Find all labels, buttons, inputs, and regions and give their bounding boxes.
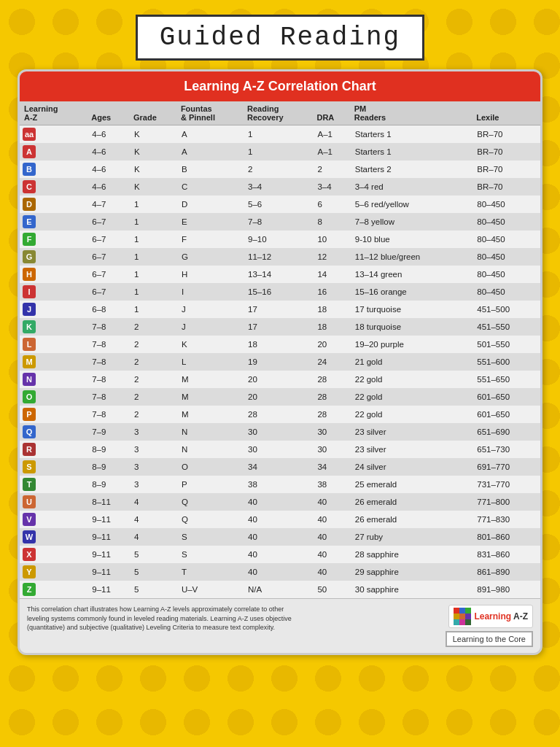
- cell-ages: 9–11: [89, 528, 131, 546]
- svg-rect-3: [454, 614, 459, 619]
- cell-ages: 7–8: [89, 336, 131, 353]
- cell-reading-recovery: 40: [245, 511, 314, 528]
- cell-grade: 3: [131, 441, 179, 458]
- cell-reading-recovery: 5–6: [245, 196, 314, 213]
- cell-grade: K: [131, 143, 179, 160]
- cell-reading-recovery: 40: [245, 493, 314, 511]
- cell-fountas: F: [179, 231, 245, 248]
- cell-level: I: [20, 283, 89, 301]
- cell-reading-recovery: 13–14: [245, 266, 314, 283]
- level-badge: C: [23, 180, 36, 193]
- cell-dra: 3–4: [314, 178, 351, 196]
- cell-ages: 9–11: [89, 563, 131, 581]
- cell-level: T: [20, 476, 89, 493]
- cell-lexile: BR–70: [474, 125, 540, 144]
- cell-pm-readers: 5–6 red/yellow: [352, 196, 475, 213]
- table-row: Z 9–11 5 U–V N/A 50 30 sapphire 891–980: [20, 581, 540, 598]
- cell-ages: 4–6: [89, 178, 131, 196]
- cell-grade: 1: [131, 231, 179, 248]
- table-row: T 8–9 3 P 38 38 25 emerald 731–770: [20, 476, 540, 493]
- cell-ages: 4–6: [89, 160, 131, 178]
- cell-dra: A–1: [314, 125, 351, 144]
- cell-fountas: S: [179, 528, 245, 546]
- level-badge: K: [23, 320, 36, 333]
- chart-footer: This correlation chart illustrates how L…: [20, 598, 540, 653]
- level-badge: X: [23, 548, 36, 561]
- cell-grade: K: [131, 160, 179, 178]
- cell-reading-recovery: 1: [245, 125, 314, 144]
- cell-lexile: 731–770: [474, 476, 540, 493]
- table-header-row: LearningA-Z Ages Grade Fountas& Pinnell …: [20, 101, 540, 125]
- level-badge: P: [23, 408, 36, 421]
- cell-ages: 7–8: [89, 388, 131, 406]
- cell-level: N: [20, 371, 89, 388]
- cell-lexile: BR–70: [474, 178, 540, 196]
- cell-fountas: K: [179, 336, 245, 353]
- table-row: Y 9–11 5 T 40 40 29 sapphire 861–890: [20, 563, 540, 581]
- cell-level: U: [20, 493, 89, 511]
- cell-ages: 8–9: [89, 441, 131, 458]
- cell-pm-readers: 27 ruby: [352, 528, 475, 546]
- col-dra: DRA: [314, 101, 351, 125]
- cell-grade: 5: [131, 546, 179, 563]
- cell-reading-recovery: 20: [245, 371, 314, 388]
- cell-fountas: G: [179, 248, 245, 266]
- cell-pm-readers: Starters 1: [352, 125, 475, 144]
- cell-level: K: [20, 318, 89, 336]
- cell-dra: 6: [314, 196, 351, 213]
- cell-ages: 4–6: [89, 125, 131, 144]
- level-badge: M: [23, 355, 36, 368]
- cell-fountas: J: [179, 318, 245, 336]
- level-badge: N: [23, 373, 36, 386]
- cell-fountas: C: [179, 178, 245, 196]
- cell-grade: 1: [131, 301, 179, 318]
- cell-pm-readers: 19–20 purple: [352, 336, 475, 353]
- cell-fountas: M: [179, 388, 245, 406]
- cell-level: B: [20, 160, 89, 178]
- table-row: X 9–11 5 S 40 40 28 sapphire 831–860: [20, 546, 540, 563]
- cell-level: P: [20, 406, 89, 423]
- cell-pm-readers: 9-10 blue: [352, 231, 475, 248]
- cell-ages: 8–9: [89, 458, 131, 476]
- cell-reading-recovery: 17: [245, 301, 314, 318]
- cell-level: H: [20, 266, 89, 283]
- cell-pm-readers: 24 silver: [352, 458, 475, 476]
- cell-lexile: 80–450: [474, 266, 540, 283]
- cell-reading-recovery: 15–16: [245, 283, 314, 301]
- cell-grade: 2: [131, 353, 179, 371]
- cell-dra: 18: [314, 318, 351, 336]
- svg-rect-8: [465, 619, 471, 625]
- cell-pm-readers: 21 gold: [352, 353, 475, 371]
- cell-grade: 1: [131, 213, 179, 231]
- cell-dra: 12: [314, 248, 351, 266]
- cell-ages: 9–11: [89, 546, 131, 563]
- cell-lexile: 501–550: [474, 336, 540, 353]
- svg-rect-5: [465, 614, 471, 619]
- cell-lexile: 771–830: [474, 511, 540, 528]
- cell-lexile: 551–600: [474, 353, 540, 371]
- cell-reading-recovery: 17: [245, 318, 314, 336]
- cell-dra: 40: [314, 493, 351, 511]
- footer-disclaimer: This correlation chart illustrates how L…: [27, 605, 304, 632]
- cell-level: G: [20, 248, 89, 266]
- cell-dra: 34: [314, 458, 351, 476]
- cell-pm-readers: 13–14 green: [352, 266, 475, 283]
- page-title: Guided Reading: [160, 23, 400, 53]
- cell-reading-recovery: 1: [245, 143, 314, 160]
- cell-grade: 1: [131, 248, 179, 266]
- cell-grade: 1: [131, 283, 179, 301]
- cell-dra: 20: [314, 336, 351, 353]
- cell-reading-recovery: 18: [245, 336, 314, 353]
- cell-dra: 14: [314, 266, 351, 283]
- col-reading-recovery: ReadingRecovery: [245, 101, 314, 125]
- cell-pm-readers: Starters 1: [352, 143, 475, 160]
- cell-grade: 4: [131, 511, 179, 528]
- cell-ages: 6–7: [89, 213, 131, 231]
- cell-dra: 40: [314, 528, 351, 546]
- cell-ages: 9–11: [89, 581, 131, 598]
- svg-rect-1: [459, 608, 465, 614]
- cell-fountas: I: [179, 283, 245, 301]
- level-badge: Q: [23, 425, 36, 438]
- cell-level: Y: [20, 563, 89, 581]
- cell-reading-recovery: 9–10: [245, 231, 314, 248]
